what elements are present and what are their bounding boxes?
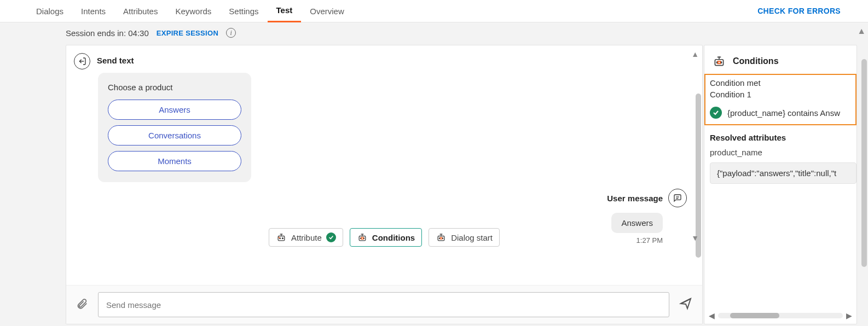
chip-dialog-start-label: Dialog start — [451, 233, 493, 242]
page-scrollbar-thumb[interactable] — [861, 59, 867, 267]
send-text-title: Send text — [97, 56, 134, 65]
send-text-icon — [74, 53, 90, 69]
composer-bar — [66, 285, 702, 324]
tab-overview[interactable]: Overview — [301, 0, 353, 22]
session-ends-label: Session ends in: 04:30 — [66, 28, 149, 38]
h-scroll-track[interactable] — [718, 313, 843, 318]
chat-scroll-up-icon[interactable]: ▲ — [691, 50, 699, 59]
bot-icon — [276, 232, 287, 243]
condition-rule-row: {product_name} contains Answ — [710, 107, 851, 119]
condition-number-label: Condition 1 — [710, 90, 851, 99]
info-icon[interactable]: i — [226, 28, 236, 38]
chip-conditions-label: Conditions — [372, 233, 415, 242]
h-scroll-thumb[interactable] — [730, 313, 779, 318]
message-input[interactable] — [98, 292, 669, 317]
option-moments-button[interactable]: Moments — [108, 151, 241, 171]
send-icon[interactable] — [679, 297, 692, 312]
check-icon — [326, 232, 336, 242]
attribute-name-label: product_name — [704, 144, 857, 160]
chat-bubble-icon — [668, 189, 687, 207]
conditions-side-panel: Conditions Condition met Condition 1 {pr… — [704, 45, 857, 324]
tab-test[interactable]: Test — [268, 0, 302, 22]
tab-dialogs[interactable]: Dialogs — [27, 0, 72, 22]
bot-icon — [712, 54, 726, 68]
resolved-attributes-title: Resolved attributes — [704, 131, 857, 144]
tabs: Dialogs Intents Attributes Keywords Sett… — [27, 0, 353, 22]
check-for-errors-link[interactable]: CHECK FOR ERRORS — [757, 7, 841, 15]
bot-icon — [357, 232, 368, 243]
top-tab-bar: Dialogs Intents Attributes Keywords Sett… — [0, 0, 868, 22]
session-bar: Session ends in: 04:30 EXPIRE SESSION i — [0, 22, 868, 42]
check-icon — [710, 107, 722, 119]
side-panel-title: Conditions — [733, 56, 779, 66]
chip-attribute[interactable]: Attribute — [269, 228, 343, 247]
user-message-label: User message — [607, 194, 663, 203]
condition-met-label: Condition met — [710, 78, 851, 88]
chat-scroll-area: ▲ ▼ Send text Choose a product Answers C… — [66, 45, 702, 285]
product-options-card: Choose a product Answers Conversations M… — [98, 73, 251, 182]
svg-point-5 — [282, 238, 283, 239]
attribute-value-box: {"payload":"answers","title":null,"t — [710, 162, 857, 184]
svg-point-19 — [440, 237, 442, 239]
attachment-icon[interactable] — [76, 298, 88, 312]
side-panel-header: Conditions — [704, 45, 857, 74]
event-chips-row: Attribute Conditions Dialog start — [66, 228, 702, 247]
chip-attribute-label: Attribute — [291, 233, 322, 242]
side-panel-h-scrollbar[interactable]: ◀ ▶ — [709, 311, 852, 321]
condition-rule-text: {product_name} contains Answ — [727, 108, 840, 118]
option-answers-button[interactable]: Answers — [108, 100, 241, 120]
svg-marker-21 — [681, 299, 691, 308]
chat-panel: ▲ ▼ Send text Choose a product Answers C… — [66, 45, 703, 324]
svg-rect-27 — [718, 61, 720, 63]
page-scroll-up-icon[interactable]: ▲ — [857, 26, 866, 36]
option-conversations-button[interactable]: Conversations — [108, 125, 241, 145]
bot-send-text-row: Send text — [74, 53, 695, 69]
tab-intents[interactable]: Intents — [72, 0, 114, 22]
bot-icon — [436, 232, 447, 243]
scroll-right-icon[interactable]: ▶ — [846, 311, 852, 320]
tab-keywords[interactable]: Keywords — [166, 0, 220, 22]
svg-rect-13 — [361, 237, 363, 239]
main-area: ▲ ▼ Send text Choose a product Answers C… — [66, 45, 857, 324]
condition-met-box: Condition met Condition 1 {product_name}… — [704, 74, 857, 125]
tab-settings[interactable]: Settings — [220, 0, 267, 22]
choose-product-label: Choose a product — [108, 83, 241, 92]
scroll-left-icon[interactable]: ◀ — [709, 311, 715, 320]
chip-conditions[interactable]: Conditions — [350, 228, 422, 247]
chip-dialog-start[interactable]: Dialog start — [429, 228, 500, 247]
expire-session-link[interactable]: EXPIRE SESSION — [157, 29, 218, 37]
tab-attributes[interactable]: Attributes — [114, 0, 166, 22]
